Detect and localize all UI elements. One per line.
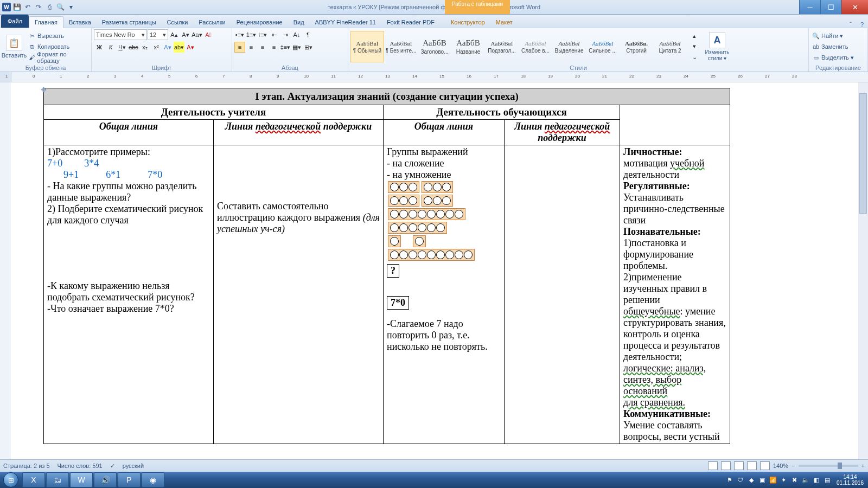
replace-button[interactable]: abЗаменить — [811, 42, 855, 52]
tray-volume-icon[interactable]: 🔈 — [802, 476, 809, 484]
taskbar-word-icon[interactable]: W — [70, 472, 93, 487]
tray-app2-icon[interactable]: ▣ — [758, 476, 766, 484]
strike-button[interactable]: abc — [128, 42, 139, 53]
document-page[interactable]: ✥ I этап. Актуализация знаний (создание … — [11, 82, 858, 466]
zoom-slider[interactable] — [799, 465, 858, 467]
minimize-ribbon-icon[interactable]: ˆ — [845, 21, 856, 28]
view-draft-icon[interactable] — [760, 461, 770, 470]
horizontal-ruler[interactable]: 1012345678910111213141516171819202122232… — [0, 72, 868, 82]
style-item[interactable]: АаБбВвІ¶ Без инте... — [384, 31, 418, 62]
show-marks-button[interactable]: ¶ — [303, 29, 314, 40]
qat-print-icon[interactable]: ⎙ — [44, 2, 54, 12]
tray-app5-icon[interactable]: ◧ — [813, 476, 820, 484]
shading-button[interactable]: ▦▾ — [291, 42, 302, 53]
view-outline-icon[interactable] — [747, 461, 757, 470]
line-spacing-button[interactable]: ‡≡▾ — [280, 42, 291, 53]
font-size-select[interactable]: 12▾ — [148, 29, 168, 40]
align-right-button[interactable]: ≡ — [257, 42, 268, 53]
underline-button[interactable]: Ч▾ — [117, 42, 127, 53]
text-effects-button[interactable]: A▾ — [162, 42, 173, 53]
table-move-handle-icon[interactable]: ✥ — [41, 86, 47, 94]
highlight-button[interactable]: ab▾ — [174, 42, 184, 53]
align-left-button[interactable]: ≡ — [234, 42, 245, 53]
shrink-font-button[interactable]: A▾ — [180, 29, 191, 40]
help-icon[interactable]: ? — [856, 21, 868, 28]
select-button[interactable]: ▭Выделить ▾ — [811, 53, 855, 62]
tab-home[interactable]: Главная — [29, 16, 63, 28]
taskbar-chrome-icon[interactable]: ◉ — [142, 472, 164, 487]
styles-row-up[interactable]: ▴ — [689, 31, 700, 41]
change-styles-button[interactable]: A Изменить стили ▾ — [701, 30, 733, 63]
zoom-level[interactable]: 140% — [773, 463, 788, 469]
dec-indent-button[interactable]: ⇤ — [269, 29, 279, 40]
find-button[interactable]: 🔍Найти ▾ — [811, 31, 855, 41]
sort-button[interactable]: A↓ — [291, 29, 302, 40]
zoom-in-button[interactable]: + — [861, 463, 865, 469]
subscript-button[interactable]: x₂ — [139, 42, 150, 53]
tab-table-layout[interactable]: Макет — [490, 17, 518, 28]
multilevel-button[interactable]: ⁞≡▾ — [257, 29, 268, 40]
tray-app3-icon[interactable]: ✦ — [780, 476, 788, 484]
style-item[interactable]: АаБбВЗаголово... — [418, 31, 451, 62]
tab-file[interactable]: Файл — [1, 15, 29, 28]
tab-abbyy[interactable]: ABBYY FineReader 11 — [310, 17, 381, 28]
tab-view[interactable]: Вид — [288, 17, 310, 28]
borders-button[interactable]: ⊞▾ — [303, 42, 314, 53]
close-button[interactable]: ✕ — [841, 0, 868, 14]
style-item[interactable]: АаБбВвІПодзагол... — [485, 31, 519, 62]
zoom-slider-thumb[interactable] — [838, 463, 842, 469]
vertical-scrollbar[interactable] — [858, 82, 868, 466]
maximize-button[interactable]: ☐ — [820, 0, 841, 14]
tray-app6-icon[interactable]: ▤ — [824, 476, 831, 484]
vertical-ruler[interactable] — [0, 82, 11, 474]
tray-clock[interactable]: 14:14 01.11.2016 — [834, 474, 866, 486]
grow-font-button[interactable]: A▴ — [169, 29, 180, 40]
tab-review[interactable]: Рецензирование — [231, 17, 288, 28]
copy-button[interactable]: ⧉Копировать — [27, 42, 89, 52]
taskbar-media-icon[interactable]: 🔊 — [94, 472, 117, 487]
numbering-button[interactable]: 1≡▾ — [246, 29, 257, 40]
bold-button[interactable]: Ж — [94, 42, 105, 53]
font-name-select[interactable]: Times New Ro▾ — [94, 29, 147, 40]
status-page[interactable]: Страница: 2 из 5 — [3, 463, 50, 469]
tray-app1-icon[interactable]: ◆ — [748, 476, 755, 484]
tray-flag-icon[interactable]: ⚑ — [726, 476, 733, 484]
taskbar-powerpoint-icon[interactable]: P — [118, 472, 141, 487]
change-case-button[interactable]: Aa▾ — [192, 29, 202, 40]
tray-app4-icon[interactable]: ✖ — [791, 476, 799, 484]
status-words[interactable]: Число слов: 591 — [58, 463, 103, 469]
taskbar-excel-icon[interactable]: X — [22, 472, 45, 487]
tab-references[interactable]: Ссылки — [162, 17, 194, 28]
proofing-icon[interactable]: ✓ — [110, 463, 115, 470]
style-item[interactable]: АаБбВНазвание — [451, 31, 485, 62]
tray-network-icon[interactable]: 📶 — [769, 476, 777, 484]
bullets-button[interactable]: •≡▾ — [234, 29, 245, 40]
style-item[interactable]: АаБбВв.Строгий — [620, 31, 653, 62]
start-button[interactable]: ⊞ — [0, 472, 22, 488]
style-item[interactable]: АаБбВвІВыделение — [552, 31, 586, 62]
view-fullscreen-icon[interactable] — [721, 461, 731, 470]
tab-page-layout[interactable]: Разметка страницы — [97, 17, 162, 28]
tray-shield-icon[interactable]: 🛡 — [737, 476, 744, 484]
style-item[interactable]: АаБбВвІСильное ... — [586, 31, 620, 62]
style-item[interactable]: АаБбВвІ¶ Обычный — [350, 31, 384, 62]
font-color-button[interactable]: A▾ — [185, 42, 196, 53]
view-print-layout-icon[interactable] — [708, 461, 718, 470]
taskbar-explorer-icon[interactable]: 🗂 — [46, 472, 69, 487]
view-web-icon[interactable] — [734, 461, 744, 470]
tab-insert[interactable]: Вставка — [63, 17, 97, 28]
style-item[interactable]: АаБбВвІСлабое в... — [519, 31, 552, 62]
style-item[interactable]: АаБбВвІЦитата 2 — [653, 31, 687, 62]
cut-button[interactable]: ✂Вырезать — [27, 31, 89, 41]
qat-preview-icon[interactable]: 🔍 — [55, 2, 65, 12]
zoom-out-button[interactable]: − — [792, 463, 795, 469]
styles-gallery[interactable]: АаБбВвІ¶ ОбычныйАаБбВвІ¶ Без инте...АаБб… — [350, 31, 687, 62]
qat-undo-icon[interactable]: ↶ — [23, 2, 33, 12]
status-language[interactable]: русский — [123, 463, 144, 469]
styles-row-down[interactable]: ▾ — [689, 41, 700, 52]
tab-mailings[interactable]: Рассылки — [193, 17, 231, 28]
format-painter-button[interactable]: 🖌Формат по образцу — [27, 53, 89, 62]
paste-button[interactable]: 📋 Вставить — [2, 30, 26, 63]
align-justify-button[interactable]: ≡ — [269, 42, 279, 53]
clear-formatting-button[interactable]: Aͯ — [203, 29, 214, 40]
